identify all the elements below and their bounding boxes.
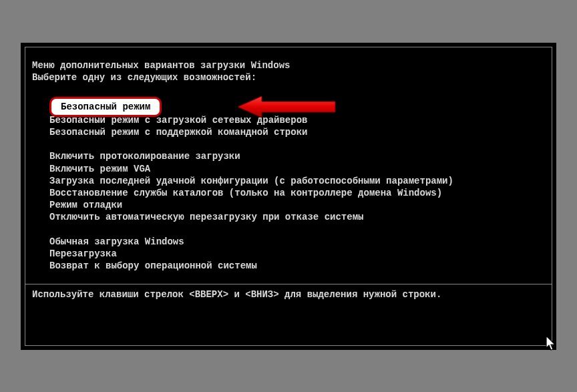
menu-title: Меню дополнительных вариантов загрузки W…: [32, 59, 545, 71]
menu-item-disable-auto-restart[interactable]: Отключить автоматическую перезагрузку пр…: [49, 211, 545, 223]
menu-subtitle: Выберите одну из следующих возможностей:: [32, 71, 545, 83]
menu-item-last-known-good[interactable]: Загрузка последней удачной конфигурации …: [49, 175, 545, 187]
menu-group-advanced: Включить протоколирование загрузки Включ…: [32, 150, 545, 223]
menu-footer-hint: Используйте клавиши стрелок <ВВЕРХ> и <В…: [32, 288, 545, 301]
menu-item-os-select[interactable]: Возврат к выбору операционной системы: [49, 260, 545, 272]
menu-item-ds-restore[interactable]: Восстановление службы каталогов (только …: [49, 187, 545, 199]
menu-group-safemode: Безопасный режим Безопасный: [32, 97, 545, 139]
boot-menu-panel: Меню дополнительных вариантов загрузки W…: [25, 47, 552, 346]
menu-item-safe-mode[interactable]: Безопасный режим: [49, 97, 162, 117]
divider: [25, 284, 552, 284]
menu-item-selected-wrapper: Безопасный режим: [49, 97, 162, 117]
mouse-cursor-icon: [545, 335, 558, 352]
menu-item-safe-mode-cmd[interactable]: Безопасный режим с поддержкой командной …: [49, 126, 545, 138]
menu-item-reboot[interactable]: Перезагрузка: [49, 248, 545, 260]
menu-item-boot-logging[interactable]: Включить протоколирование загрузки: [49, 150, 545, 162]
menu-item-vga-mode[interactable]: Включить режим VGA: [49, 163, 545, 175]
menu-item-debug-mode[interactable]: Режим отладки: [49, 199, 545, 211]
menu-group-normal: Обычная загрузка Windows Перезагрузка Во…: [32, 236, 545, 272]
annotation-arrow-icon: [236, 95, 337, 119]
menu-item-normal-boot[interactable]: Обычная загрузка Windows: [49, 236, 545, 248]
boot-menu-window: Меню дополнительных вариантов загрузки W…: [21, 43, 556, 350]
menu-header: Меню дополнительных вариантов загрузки W…: [32, 59, 545, 83]
